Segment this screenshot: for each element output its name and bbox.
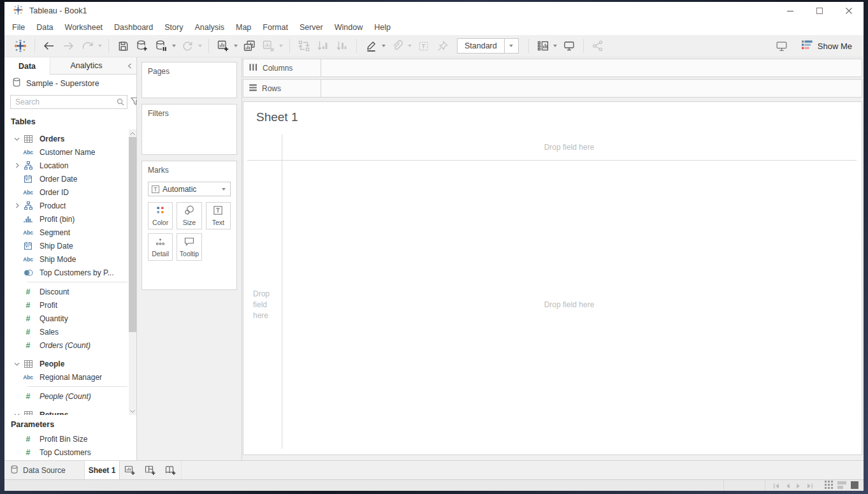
maximize-button[interactable] bbox=[805, 2, 834, 20]
field-quantity[interactable]: #Quantity bbox=[4, 312, 127, 325]
mark-button-text[interactable]: Text bbox=[206, 202, 231, 229]
scrollbar-thumb[interactable] bbox=[129, 137, 136, 332]
field-profit[interactable]: #Profit bbox=[4, 298, 127, 312]
swap-rows-columns-button[interactable] bbox=[296, 38, 312, 54]
tab-data-source[interactable]: Data Source bbox=[4, 461, 85, 479]
expander-down-icon[interactable] bbox=[13, 412, 21, 416]
fix-axes-button[interactable] bbox=[435, 38, 450, 54]
menu-item-analysis[interactable]: Analysis bbox=[189, 20, 230, 35]
menu-item-format[interactable]: Format bbox=[257, 20, 294, 35]
field-ship-mode[interactable]: AbcShip Mode bbox=[4, 252, 127, 266]
tableau-home-button[interactable] bbox=[13, 38, 28, 54]
menu-item-data[interactable]: Data bbox=[31, 20, 59, 35]
presentation-mode-button[interactable] bbox=[561, 38, 577, 54]
menu-item-help[interactable]: Help bbox=[368, 20, 396, 35]
field-people-count[interactable]: #People (Count) bbox=[4, 389, 127, 403]
run-update-dropdown[interactable] bbox=[197, 38, 203, 54]
field-top-customers[interactable]: #Top Customers bbox=[4, 446, 136, 459]
expander-down-icon[interactable] bbox=[13, 136, 21, 142]
field-ship-date[interactable]: Ship Date bbox=[4, 239, 127, 252]
mark-button-size[interactable]: Size bbox=[177, 202, 201, 229]
field-order-id[interactable]: AbcOrder ID bbox=[4, 185, 127, 199]
show-tabs-icon[interactable] bbox=[851, 480, 858, 491]
sort-descending-button[interactable] bbox=[335, 38, 350, 54]
marks-card[interactable]: Marks Automatic ColorSizeTextDetailToolt… bbox=[141, 161, 237, 290]
presentation-placard-button[interactable] bbox=[774, 38, 790, 54]
field-customer-name[interactable]: AbcCustomer Name bbox=[4, 145, 127, 159]
run-update-button[interactable] bbox=[180, 38, 195, 54]
previous-sheet-icon[interactable] bbox=[785, 480, 790, 491]
new-worksheet-dropdown[interactable] bbox=[233, 38, 238, 54]
filters-shelf[interactable]: Filters bbox=[141, 104, 237, 155]
highlight-button[interactable] bbox=[363, 38, 379, 54]
menu-item-worksheet[interactable]: Worksheet bbox=[59, 20, 109, 35]
menu-item-file[interactable]: File bbox=[6, 20, 31, 35]
drop-zone-columns[interactable]: Drop field here bbox=[282, 134, 856, 160]
menu-item-server[interactable]: Server bbox=[294, 20, 329, 35]
new-story-tab-button[interactable] bbox=[161, 461, 181, 479]
menu-item-map[interactable]: Map bbox=[230, 20, 257, 35]
mark-button-color[interactable]: Color bbox=[148, 202, 173, 229]
sort-ascending-button[interactable] bbox=[315, 38, 331, 54]
expander-right-icon[interactable] bbox=[13, 163, 21, 168]
new-worksheet-tab-button[interactable] bbox=[120, 461, 140, 479]
replay-button[interactable] bbox=[80, 38, 95, 54]
pause-auto-updates-button[interactable] bbox=[154, 38, 169, 54]
field-discount[interactable]: #Discount bbox=[4, 285, 127, 298]
field-order-date[interactable]: Order Date bbox=[4, 172, 127, 185]
pause-auto-updates-dropdown[interactable] bbox=[171, 38, 177, 54]
clear-sheet-button[interactable] bbox=[261, 38, 276, 54]
mark-button-tooltip[interactable]: Tooltip bbox=[177, 233, 201, 261]
field-profit-bin-size[interactable]: #Profit Bin Size bbox=[4, 432, 136, 446]
new-data-source-button[interactable] bbox=[134, 38, 150, 54]
columns-shelf[interactable]: Columns bbox=[243, 59, 862, 77]
data-source-connection[interactable]: Sample - Superstore bbox=[4, 75, 136, 92]
tab-data[interactable]: Data bbox=[4, 57, 50, 75]
new-worksheet-button[interactable] bbox=[215, 38, 231, 54]
collapse-pane-button[interactable] bbox=[122, 57, 136, 74]
show-mark-labels-button[interactable] bbox=[416, 38, 431, 54]
last-sheet-icon[interactable] bbox=[807, 480, 813, 491]
scroll-down-icon[interactable] bbox=[129, 407, 136, 415]
field-product[interactable]: Product bbox=[4, 199, 127, 212]
duplicate-sheet-button[interactable] bbox=[242, 38, 257, 54]
expander-right-icon[interactable] bbox=[13, 203, 21, 208]
rows-shelf-drop-area[interactable] bbox=[321, 80, 862, 97]
replay-dropdown[interactable] bbox=[97, 38, 103, 54]
save-button[interactable] bbox=[115, 38, 131, 54]
field-segment[interactable]: AbcSegment bbox=[4, 226, 127, 239]
table-people[interactable]: People bbox=[4, 357, 127, 370]
search-box[interactable] bbox=[10, 95, 127, 109]
mark-type-caret[interactable] bbox=[217, 188, 230, 191]
tab-sheet-1[interactable]: Sheet 1 bbox=[85, 461, 120, 479]
field-top-customers-by-p[interactable]: Top Customers by P... bbox=[4, 266, 127, 279]
group-members-button[interactable] bbox=[389, 38, 405, 54]
first-sheet-icon[interactable] bbox=[773, 480, 779, 491]
menu-item-window[interactable]: Window bbox=[329, 20, 368, 35]
show-hide-cards-button[interactable] bbox=[535, 38, 551, 54]
fit-mode-select[interactable]: Standard bbox=[457, 38, 519, 54]
columns-shelf-drop-area[interactable] bbox=[321, 59, 862, 76]
table-returns[interactable]: Returns bbox=[4, 408, 127, 415]
minimize-button[interactable] bbox=[776, 2, 805, 20]
field-orders-count[interactable]: #Orders (Count) bbox=[4, 338, 127, 352]
next-sheet-icon[interactable] bbox=[796, 480, 801, 491]
show-hide-cards-dropdown[interactable] bbox=[553, 38, 558, 54]
field-location[interactable]: Location bbox=[4, 159, 127, 172]
rows-shelf[interactable]: Rows bbox=[243, 79, 862, 98]
highlight-dropdown[interactable] bbox=[380, 38, 386, 54]
undo-button[interactable] bbox=[41, 38, 57, 54]
scroll-up-icon[interactable] bbox=[129, 129, 136, 137]
pages-shelf[interactable]: Pages bbox=[141, 62, 237, 98]
field-sales[interactable]: #Sales bbox=[4, 325, 127, 338]
expander-down-icon[interactable] bbox=[13, 361, 21, 367]
redo-button[interactable] bbox=[61, 38, 76, 54]
menu-item-story[interactable]: Story bbox=[159, 20, 189, 35]
tab-analytics[interactable]: Analytics bbox=[50, 57, 122, 74]
filmstrip-icon[interactable] bbox=[837, 480, 846, 491]
menu-item-dashboard[interactable]: Dashboard bbox=[108, 20, 159, 35]
new-dashboard-tab-button[interactable] bbox=[140, 461, 161, 479]
field-profit-bin[interactable]: Profit (bin) bbox=[4, 212, 127, 226]
field-list-scrollbar[interactable] bbox=[129, 129, 136, 415]
search-input[interactable] bbox=[11, 98, 114, 106]
